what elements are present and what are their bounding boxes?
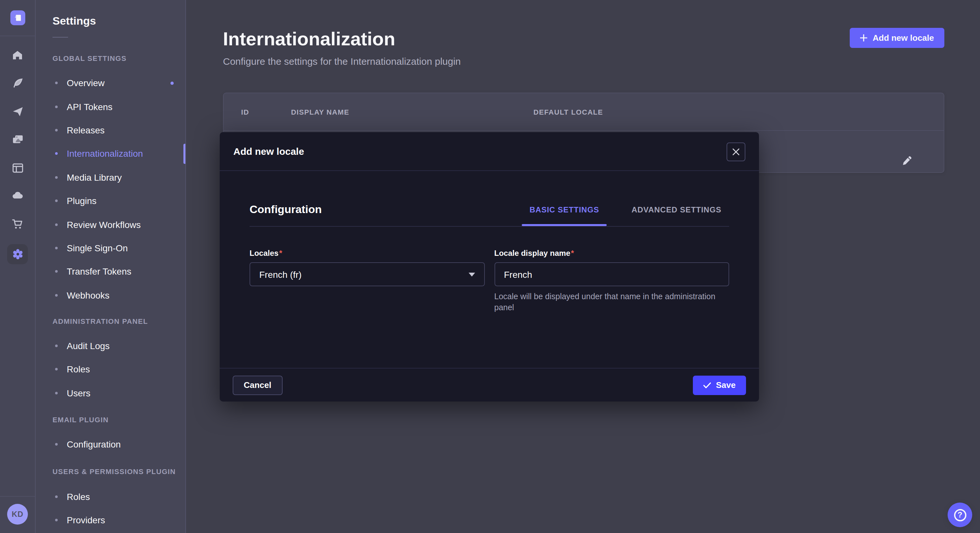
save-button-label: Save bbox=[716, 380, 736, 390]
chevron-down-icon bbox=[468, 272, 475, 276]
close-modal-button[interactable] bbox=[727, 143, 745, 161]
locales-field: Locales* French (fr) bbox=[250, 249, 485, 314]
modal-header: Add new locale bbox=[220, 132, 759, 171]
display-name-input[interactable] bbox=[494, 262, 729, 286]
configuration-heading: Configuration bbox=[250, 203, 322, 216]
locales-select-value: French (fr) bbox=[259, 269, 468, 279]
modal-footer: Cancel Save bbox=[220, 368, 759, 401]
display-name-hint: Locale will be displayed under that name… bbox=[494, 292, 722, 314]
tab-basic-settings[interactable]: BASIC SETTINGS bbox=[522, 205, 607, 214]
modal-title: Add new locale bbox=[233, 146, 304, 157]
cancel-button[interactable]: Cancel bbox=[233, 375, 282, 395]
tab-advanced-settings[interactable]: ADVANCED SETTINGS bbox=[624, 205, 729, 214]
display-name-field: Locale display name* Locale will be disp… bbox=[494, 249, 729, 314]
modal-fields-row: Locales* French (fr) Locale display name… bbox=[250, 249, 729, 314]
required-asterisk: * bbox=[571, 249, 574, 258]
tabs-divider bbox=[250, 226, 729, 227]
app-root: KD Settings GLOBAL SETTINGS Overview API… bbox=[0, 0, 980, 533]
check-icon bbox=[703, 382, 711, 388]
close-icon bbox=[732, 148, 740, 155]
display-name-label: Locale display name* bbox=[494, 249, 729, 258]
locales-label: Locales* bbox=[250, 249, 485, 258]
modal-body: Configuration BASIC SETTINGS ADVANCED SE… bbox=[250, 171, 729, 368]
locales-select[interactable]: French (fr) bbox=[250, 262, 485, 286]
add-new-locale-modal: Add new locale Configuration BASIC SETTI… bbox=[220, 132, 759, 401]
save-button[interactable]: Save bbox=[692, 375, 746, 395]
required-asterisk: * bbox=[279, 249, 282, 258]
modal-tabs: BASIC SETTINGS ADVANCED SETTINGS bbox=[522, 205, 729, 214]
